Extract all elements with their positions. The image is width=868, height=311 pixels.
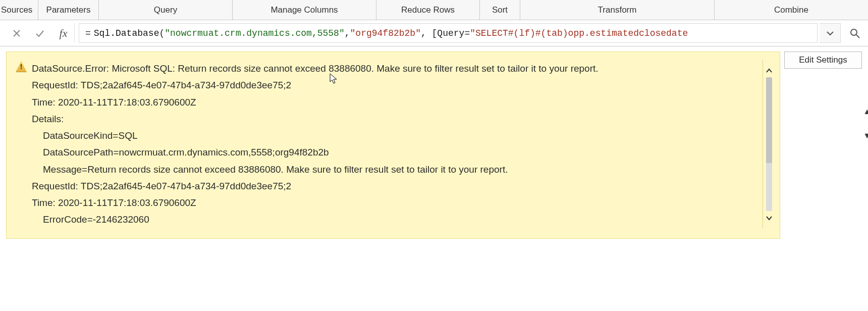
scroll-up-icon[interactable] bbox=[766, 65, 773, 76]
edit-settings-button[interactable]: Edit Settings bbox=[784, 51, 862, 69]
ribbon-group-parameters: Parameters bbox=[38, 0, 99, 20]
check-icon bbox=[35, 29, 45, 38]
warning-icon bbox=[16, 61, 27, 72]
formula-func: Sql.Database bbox=[94, 28, 159, 38]
formula-cancel-button[interactable] bbox=[6, 23, 27, 43]
error-line-2: RequestId: TDS;2a2af645-4e07-47b4-a734-9… bbox=[32, 77, 760, 93]
error-line-9: Time: 2020-11-11T17:18:03.6790600Z bbox=[32, 194, 760, 211]
ribbon-group-manage-columns: Manage Columns bbox=[233, 0, 376, 20]
error-line-4: Details: bbox=[32, 111, 760, 127]
scroll-thumb[interactable] bbox=[766, 77, 772, 163]
search-button[interactable] bbox=[846, 23, 864, 43]
error-line-5: DataSourceKind=SQL bbox=[32, 127, 760, 144]
ribbon-group-sources: Sources bbox=[0, 0, 38, 20]
formula-commit-button[interactable] bbox=[29, 23, 50, 43]
formula-input[interactable]: = Sql.Database ( "nowcrmuat.crm.dynamics… bbox=[79, 23, 818, 43]
error-container: DataSource.Error: Microsoft SQL: Return … bbox=[6, 51, 862, 239]
error-line-8: RequestId: TDS;2a2af645-4e07-47b4-a734-9… bbox=[32, 178, 760, 194]
chevron-down-icon bbox=[826, 30, 834, 36]
ribbon-group-sort: Sort bbox=[480, 0, 520, 20]
error-line-1: DataSource.Error: Microsoft SQL: Return … bbox=[32, 60, 760, 77]
formula-arg2: "org94f82b2b" bbox=[350, 28, 421, 38]
svg-point-0 bbox=[851, 29, 857, 35]
ribbon-group-combine: Combine bbox=[715, 0, 868, 20]
pane-collapse-arrows: ▲ ▼ bbox=[863, 107, 868, 140]
error-line-6: DataSourcePath=nowcrmuat.crm.dynamics.co… bbox=[32, 144, 760, 161]
error-line-10: ErrorCode=-2146232060 bbox=[32, 211, 760, 228]
error-line-7: Message=Return records size cannot excee… bbox=[32, 161, 760, 178]
error-line-3: Time: 2020-11-11T17:18:03.6790600Z bbox=[32, 94, 760, 111]
formula-arg1: "nowcrmuat.crm.dynamics.com,5558" bbox=[165, 28, 344, 38]
ribbon-group-transform: Transform bbox=[520, 0, 715, 20]
error-message-body: DataSource.Error: Microsoft SQL: Return … bbox=[32, 60, 763, 228]
close-icon bbox=[12, 29, 21, 38]
ribbon-group-query: Query bbox=[99, 0, 233, 20]
workspace: DataSource.Error: Microsoft SQL: Return … bbox=[0, 46, 868, 239]
formula-expand-button[interactable] bbox=[820, 23, 841, 43]
formula-open-paren: ( bbox=[159, 28, 165, 38]
error-panel: DataSource.Error: Microsoft SQL: Return … bbox=[6, 51, 780, 239]
error-scrollbar[interactable] bbox=[763, 60, 775, 228]
formula-equals: = bbox=[85, 28, 91, 38]
pane-collapse-down-icon[interactable]: ▼ bbox=[863, 131, 868, 140]
formula-arg3: "SELECT#(lf)#(tab)opp.estimatedclosedate bbox=[470, 28, 688, 38]
pane-collapse-up-icon[interactable]: ▲ bbox=[863, 107, 868, 116]
ribbon-groups-row: Sources Parameters Query Manage Columns … bbox=[0, 0, 868, 20]
warning-icon-column bbox=[16, 60, 32, 228]
formula-sep2: , [Query= bbox=[421, 28, 470, 38]
formula-bar: fx = Sql.Database ( "nowcrmuat.crm.dynam… bbox=[0, 20, 868, 46]
search-icon bbox=[850, 28, 860, 38]
formula-sep1: , bbox=[345, 28, 350, 38]
error-side-column: Edit Settings ▲ ▼ bbox=[784, 51, 862, 69]
fx-label: fx bbox=[52, 23, 75, 43]
scroll-down-icon[interactable] bbox=[766, 213, 773, 223]
ribbon-group-reduce-rows: Reduce Rows bbox=[376, 0, 480, 20]
